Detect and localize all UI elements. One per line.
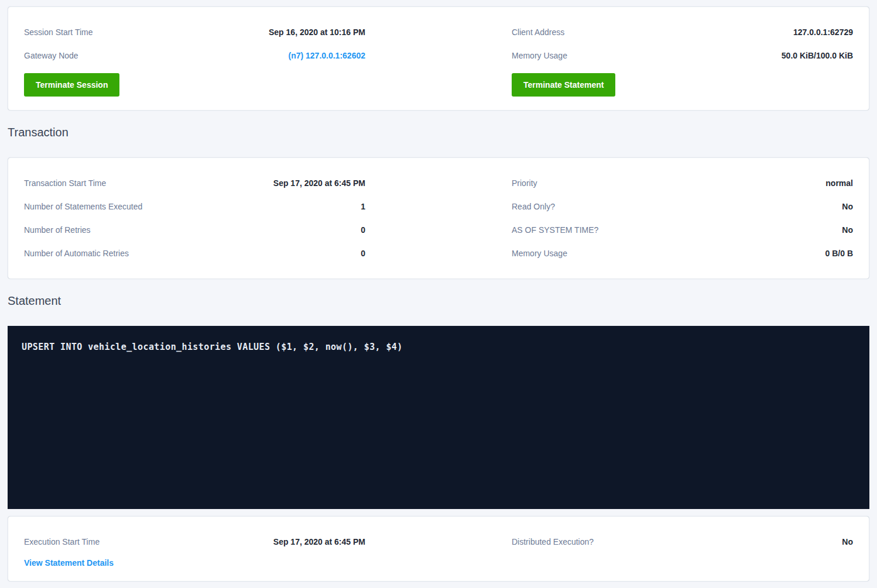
session-memory-usage-label: Memory Usage [512, 49, 567, 62]
transaction-memory-usage-label: Memory Usage [512, 247, 567, 260]
transaction-summary-card: Transaction Start Time Sep 17, 2020 at 6… [8, 157, 869, 279]
gateway-node-row: Gateway Node (n7) 127.0.0.1:62602 [24, 44, 365, 67]
session-start-time-label: Session Start Time [24, 26, 93, 39]
execution-details-card: Execution Start Time Sep 17, 2020 at 6:4… [8, 516, 869, 582]
session-summary-right-column: Client Address 127.0.0.1:62729 Memory Us… [512, 20, 853, 97]
client-address-row: Client Address 127.0.0.1:62729 [512, 20, 853, 44]
session-start-time-row: Session Start Time Sep 16, 2020 at 10:16… [24, 20, 365, 44]
session-summary-left-column: Session Start Time Sep 16, 2020 at 10:16… [24, 20, 365, 97]
retries-row: Number of Retries 0 [24, 218, 365, 242]
retries-label: Number of Retries [24, 223, 91, 236]
statements-executed-value: 1 [361, 200, 365, 213]
view-statement-details-link[interactable]: View Statement Details [24, 556, 114, 569]
transaction-memory-usage-value: 0 B/0 B [825, 247, 853, 260]
read-only-row: Read Only? No [512, 195, 853, 218]
execution-start-time-label: Execution Start Time [24, 535, 100, 548]
transaction-section-heading: Transaction [8, 125, 869, 139]
distributed-execution-value: No [842, 535, 853, 548]
read-only-label: Read Only? [512, 200, 555, 213]
transaction-start-time-row: Transaction Start Time Sep 17, 2020 at 6… [24, 171, 365, 195]
session-start-time-value: Sep 16, 2020 at 10:16 PM [269, 26, 365, 39]
read-only-value: No [842, 200, 853, 213]
distributed-execution-label: Distributed Execution? [512, 535, 594, 548]
as-of-system-time-row: AS OF SYSTEM TIME? No [512, 218, 853, 242]
automatic-retries-label: Number of Automatic Retries [24, 247, 129, 260]
execution-start-time-row: Execution Start Time Sep 17, 2020 at 6:4… [24, 530, 365, 553]
as-of-system-time-label: AS OF SYSTEM TIME? [512, 223, 598, 236]
sql-statement-box: UPSERT INTO vehicle_location_histories V… [8, 326, 869, 509]
automatic-retries-row: Number of Automatic Retries 0 [24, 242, 365, 265]
session-summary-card: Session Start Time Sep 16, 2020 at 10:16… [8, 6, 869, 111]
terminate-statement-button[interactable]: Terminate Statement [512, 73, 615, 97]
priority-row: Priority normal [512, 171, 853, 195]
automatic-retries-value: 0 [361, 247, 365, 260]
terminate-session-button[interactable]: Terminate Session [24, 73, 119, 97]
session-memory-usage-row: Memory Usage 50.0 KiB/100.0 KiB [512, 44, 853, 67]
execution-right-column: Distributed Execution? No [512, 530, 853, 569]
session-memory-usage-value: 50.0 KiB/100.0 KiB [782, 49, 853, 62]
execution-start-time-value: Sep 17, 2020 at 6:45 PM [273, 535, 365, 548]
sql-statement-text: UPSERT INTO vehicle_location_histories V… [22, 342, 855, 352]
priority-value: normal [825, 177, 853, 190]
client-address-value: 127.0.0.1:62729 [793, 26, 853, 39]
statements-executed-row: Number of Statements Executed 1 [24, 195, 365, 218]
transaction-memory-usage-row: Memory Usage 0 B/0 B [512, 242, 853, 265]
gateway-node-link[interactable]: (n7) 127.0.0.1:62602 [288, 49, 365, 62]
statements-executed-label: Number of Statements Executed [24, 200, 142, 213]
statement-section-heading: Statement [8, 294, 869, 308]
transaction-start-time-value: Sep 17, 2020 at 6:45 PM [273, 177, 365, 190]
transaction-left-column: Transaction Start Time Sep 17, 2020 at 6… [24, 171, 365, 265]
transaction-start-time-label: Transaction Start Time [24, 177, 106, 190]
execution-left-column: Execution Start Time Sep 17, 2020 at 6:4… [24, 530, 365, 569]
gateway-node-label: Gateway Node [24, 49, 78, 62]
distributed-execution-row: Distributed Execution? No [512, 530, 853, 553]
session-details-page: Session Start Time Sep 16, 2020 at 10:16… [0, 0, 877, 582]
priority-label: Priority [512, 177, 537, 190]
as-of-system-time-value: No [842, 223, 853, 236]
transaction-right-column: Priority normal Read Only? No AS OF SYST… [512, 171, 853, 265]
client-address-label: Client Address [512, 26, 564, 39]
retries-value: 0 [361, 223, 365, 236]
